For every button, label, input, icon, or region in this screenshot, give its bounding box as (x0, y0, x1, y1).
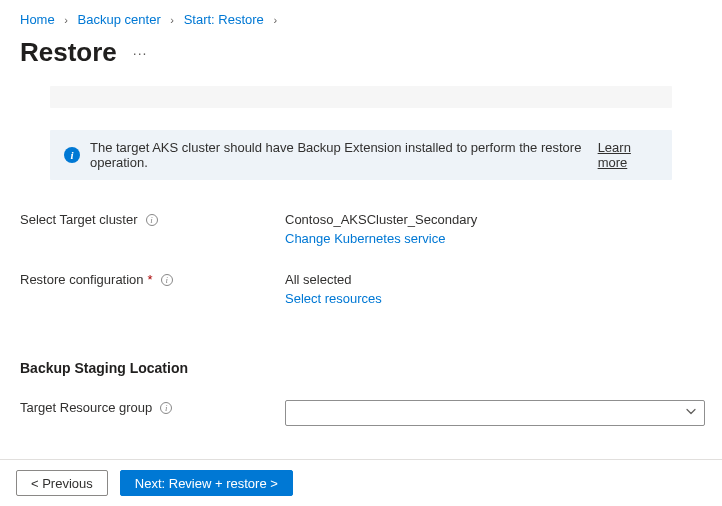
resource-group-label: Target Resource group (20, 400, 152, 415)
change-kubernetes-link[interactable]: Change Kubernetes service (285, 231, 445, 246)
staging-heading: Backup Staging Location (20, 360, 702, 376)
target-cluster-label: Select Target cluster (20, 212, 138, 227)
info-hint-icon[interactable]: i (160, 402, 172, 414)
chevron-right-icon: › (64, 14, 68, 26)
info-hint-icon[interactable]: i (146, 214, 158, 226)
resource-group-input[interactable] (285, 400, 705, 426)
info-banner-text: The target AKS cluster should have Backu… (90, 140, 592, 170)
resource-group-select[interactable] (285, 400, 705, 426)
required-indicator: * (148, 272, 153, 287)
info-hint-icon[interactable]: i (161, 274, 173, 286)
breadcrumb-start-restore[interactable]: Start: Restore (184, 12, 264, 27)
learn-more-link[interactable]: Learn more (598, 140, 658, 170)
info-banner: i The target AKS cluster should have Bac… (50, 130, 672, 180)
breadcrumb-backup-center[interactable]: Backup center (78, 12, 161, 27)
select-resources-link[interactable]: Select resources (285, 291, 382, 306)
breadcrumb-home[interactable]: Home (20, 12, 55, 27)
info-icon: i (64, 147, 80, 163)
breadcrumb: Home › Backup center › Start: Restore › (0, 0, 722, 31)
target-cluster-row: Select Target cluster i Contoso_AKSClust… (20, 206, 702, 252)
restore-config-value: All selected (285, 272, 702, 287)
target-cluster-value: Contoso_AKSCluster_Secondary (285, 212, 702, 227)
chevron-right-icon: › (170, 14, 174, 26)
page-title: Restore (20, 37, 117, 68)
resource-group-row: Target Resource group i (20, 394, 702, 432)
restore-config-label: Restore configuration (20, 272, 144, 287)
page-header: Restore ··· (0, 31, 722, 86)
chevron-right-icon: › (273, 14, 277, 26)
restore-config-row: Restore configuration * i All selected S… (20, 266, 702, 312)
more-options-button[interactable]: ··· (133, 45, 148, 61)
next-review-restore-button[interactable]: Next: Review + restore > (120, 470, 293, 496)
placeholder-section (50, 86, 672, 108)
footer-bar: < Previous Next: Review + restore > (0, 459, 722, 506)
previous-button[interactable]: < Previous (16, 470, 108, 496)
